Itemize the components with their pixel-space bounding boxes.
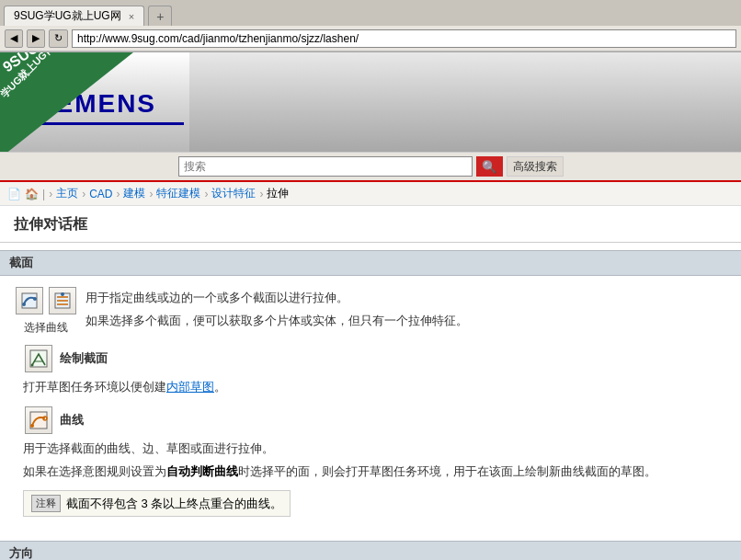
note-label: 注释 (31, 495, 61, 512)
breadcrumb-gt2: › (82, 188, 86, 200)
curve-select2-svg (53, 291, 72, 310)
curve-desc2-bold: 自动判断曲线 (166, 464, 238, 478)
breadcrumb-gt4: › (149, 188, 153, 200)
section-jiemian-header: 截面 (0, 250, 741, 276)
search-bar-area: 🔍 高级搜索 (0, 152, 741, 182)
breadcrumb-cad[interactable]: CAD (89, 188, 112, 200)
search-input[interactable] (178, 156, 473, 177)
header-gradient (189, 52, 741, 152)
siemens-header: 9SUG 学UG就上UG网 SIEMENS (0, 52, 741, 152)
select-curve-icon1[interactable] (16, 287, 43, 314)
tab-bar: 9SUG学UG就上UG网 × + (0, 0, 741, 26)
svg-point-10 (30, 424, 34, 428)
draw-link[interactable]: 内部草图 (166, 380, 214, 394)
back-button[interactable]: ◀ (5, 29, 23, 48)
curve-select-svg (20, 291, 39, 310)
section-desc-area: 用于指定曲线或边的一个或多个截面以进行拉伸。 如果选择多个截面，便可以获取多个片… (86, 285, 468, 335)
refresh-button[interactable]: ↻ (49, 29, 68, 48)
curve-desc1: 用于选择截面的曲线、边、草图或面进行拉伸。 (23, 440, 727, 459)
curve-label: 曲线 (60, 412, 84, 429)
curve-icon[interactable] (25, 406, 52, 434)
curve-svg (29, 411, 48, 429)
address-bar-area: ◀ ▶ ↻ (0, 26, 741, 51)
browser-chrome: 9SUG学UG就上UG网 × + ◀ ▶ ↻ (0, 0, 741, 52)
corner-banner: 9SUG 学UG就上UG网 (0, 52, 133, 152)
tab-label: 9SUG学UG就上UG网 (14, 8, 121, 24)
curve-icon-row: 曲线 (23, 405, 727, 436)
note-text: 截面不得包含 3 条以上终点重合的曲线。 (66, 496, 282, 512)
breadcrumb-modeling[interactable]: 建模 (123, 186, 145, 201)
draw-section-label: 绘制截面 (60, 350, 108, 367)
svg-point-2 (22, 303, 26, 306)
breadcrumb: 📄 🏠 | › 主页 › CAD › 建模 › 特征建模 › 设计特征 › 拉伸 (0, 182, 741, 206)
select-curve-group: 选择曲线 (14, 285, 78, 336)
breadcrumb-gt1: › (49, 188, 52, 200)
draw-end-text: 。 (214, 380, 226, 394)
advanced-search-button[interactable]: 高级搜索 (507, 156, 564, 177)
breadcrumb-design-feature[interactable]: 设计特征 (211, 186, 256, 201)
select-curve-icon2[interactable] (49, 287, 76, 314)
search-button[interactable]: 🔍 (476, 156, 503, 177)
section-jiemian: 截面 (0, 250, 741, 533)
select-curve-label: 选择曲线 (14, 320, 78, 336)
breadcrumb-feature-modeling[interactable]: 特征建模 (156, 186, 200, 201)
forward-button[interactable]: ▶ (27, 29, 45, 48)
main-content: 拉伸对话框 截面 (0, 206, 741, 560)
draw-desc-text: 打开草图任务环境以便创建 (23, 380, 166, 394)
curve-subsection: 曲线 用于选择截面的曲线、边、草图或面进行拉伸。 如果在选择意图规则设置为自动判… (14, 405, 727, 518)
curve-desc2-prefix: 如果在选择意图规则设置为 (23, 464, 166, 478)
breadcrumb-home[interactable]: 主页 (56, 186, 78, 201)
draw-section-icon-row: 绘制截面 (23, 343, 727, 374)
curve-desc2-suffix: 时选择平的面，则会打开草图任务环境，用于在该面上绘制新曲线截面的草图。 (238, 464, 656, 478)
top-icons-row: 选择曲线 用于指定曲线或边的一个或多个截面以进行拉伸。 如果选择多个截面，便可以… (14, 285, 727, 336)
draw-section-svg (29, 349, 48, 368)
home-icon: 🏠 (25, 188, 39, 200)
address-input[interactable] (72, 29, 736, 48)
section-direction: 方向 用于定义拉伸截面的方向。方法是从指定 (0, 541, 741, 560)
browser-tab[interactable]: 9SUG学UG就上UG网 × (4, 6, 144, 26)
breadcrumb-gt3: › (116, 188, 120, 200)
breadcrumb-sep1: | (42, 188, 45, 200)
page-title: 拉伸对话框 (0, 206, 741, 243)
curve-desc2: 如果在选择意图规则设置为自动判断曲线时选择平的面，则会打开草图任务环境，用于在该… (23, 463, 727, 482)
svg-marker-0 (0, 52, 133, 152)
svg-point-5 (61, 292, 64, 296)
section-direction-header: 方向 (0, 541, 741, 560)
icon-group-select (14, 285, 78, 316)
section-jiemian-content: 选择曲线 用于指定曲线或边的一个或多个截面以进行拉伸。 如果选择多个截面，便可以… (0, 276, 741, 533)
section-desc2: 如果选择多个截面，便可以获取多个片体或实体，但只有一个拉伸特征。 (86, 312, 468, 331)
section-desc1: 用于指定曲线或边的一个或多个截面以进行拉伸。 (86, 289, 468, 308)
search-icon: 🔍 (482, 160, 497, 174)
search-center: 🔍 高级搜索 (7, 156, 734, 177)
breadcrumb-current: 拉伸 (267, 186, 289, 201)
new-tab-button[interactable]: + (148, 6, 172, 26)
note-box: 注释 截面不得包含 3 条以上终点重合的曲线。 (23, 490, 291, 517)
draw-section-subsection: 绘制截面 打开草图任务环境以便创建内部草图。 (14, 343, 727, 397)
draw-section-icon[interactable] (25, 345, 52, 372)
corner-triangle-svg: 9SUG 学UG就上UG网 (0, 52, 133, 152)
svg-point-8 (31, 364, 34, 367)
draw-section-desc: 打开草图任务环境以便创建内部草图。 (23, 378, 727, 397)
breadcrumb-gt6: › (259, 188, 263, 200)
svg-point-3 (33, 297, 37, 301)
document-icon: 📄 (7, 188, 21, 200)
breadcrumb-gt5: › (204, 188, 208, 200)
tab-close-button[interactable]: × (129, 11, 134, 22)
